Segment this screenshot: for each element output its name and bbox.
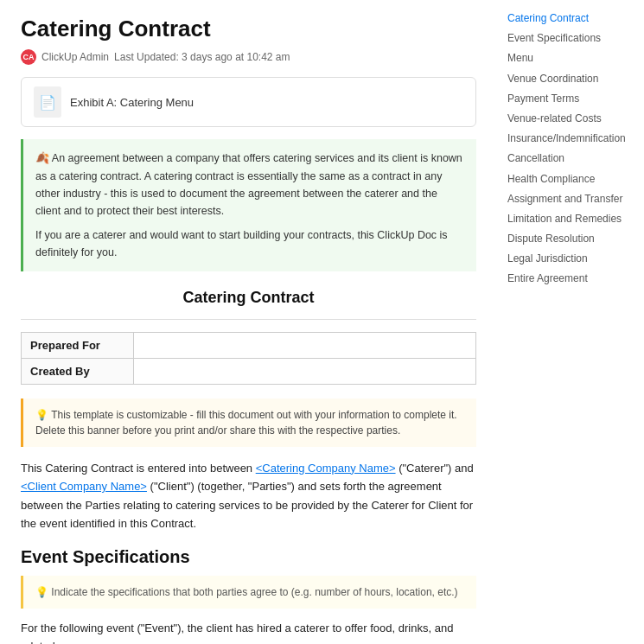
author-name: ClickUp Admin — [41, 51, 109, 63]
sidebar-item[interactable]: Dispute Resolution — [507, 229, 625, 249]
leaf-icon: 🍂 — [35, 151, 49, 164]
event-callout-text: Indicate the specifications that both pa… — [51, 586, 457, 598]
table-label-prepared: Prepared For — [22, 332, 134, 358]
sidebar-item[interactable]: Legal Jurisdiction — [507, 249, 625, 269]
sidebar-item[interactable]: Health Compliance — [507, 169, 625, 189]
callout-green: 🍂 An agreement between a company that of… — [21, 139, 476, 271]
section-heading-center: Catering Contract — [21, 289, 476, 307]
event-body-text: For the following event ("Event"), the c… — [21, 619, 476, 644]
avatar: CA — [21, 49, 36, 65]
exhibit-label: Exhibit A: Catering Menu — [70, 96, 194, 109]
callout-yellow-text: This template is customizable - fill thi… — [35, 409, 457, 437]
sidebar-item[interactable]: Catering Contract — [507, 9, 625, 29]
bulb-icon: 💡 — [35, 409, 48, 421]
catering-company-link[interactable]: <Catering Company Name> — [256, 462, 396, 475]
callout-yellow2: 💡 Indicate the specifications that both … — [21, 576, 476, 609]
table-row: Prepared For — [22, 332, 476, 358]
document-icon: 📄 — [34, 86, 61, 118]
sidebar-item[interactable]: Payment Terms — [507, 89, 625, 109]
sidebar-item[interactable]: Limitation and Remedies — [507, 209, 625, 229]
callout-yellow: 💡 This template is customizable - fill t… — [21, 399, 476, 447]
sidebar: Catering ContractEvent SpecificationsMen… — [497, 0, 635, 644]
divider — [21, 319, 476, 320]
client-company-link[interactable]: <Client Company Name> — [21, 480, 147, 493]
sidebar-item[interactable]: Menu — [507, 48, 625, 68]
exhibit-box[interactable]: 📄 Exhibit A: Catering Menu — [21, 77, 476, 127]
sidebar-item[interactable]: Event Specifications — [507, 29, 625, 48]
sidebar-item[interactable]: Venue-related Costs — [507, 109, 625, 129]
sidebar-item[interactable]: Venue Coordination — [507, 69, 625, 89]
sidebar-item[interactable]: Assignment and Transfer — [507, 189, 625, 209]
main-content: Catering Contract CA ClickUp Admin Last … — [0, 0, 497, 644]
sidebar-item[interactable]: Insurance/Indemnification — [507, 129, 625, 149]
callout-green-p1: 🍂 An agreement between a company that of… — [35, 150, 464, 220]
meta-row: CA ClickUp Admin Last Updated: 3 days ag… — [21, 49, 476, 65]
table-value-created[interactable] — [134, 358, 476, 384]
table-row: Created By — [22, 358, 476, 384]
sidebar-item[interactable]: Cancellation — [507, 149, 625, 169]
page-title: Catering Contract — [21, 16, 476, 42]
callout-green-p2: If you are a caterer and would want to s… — [35, 226, 464, 261]
table-value-prepared[interactable] — [134, 332, 476, 358]
table-label-created: Created By — [22, 358, 134, 384]
info-table: Prepared For Created By — [21, 332, 476, 385]
contract-body-text: This Catering Contract is entered into b… — [21, 459, 476, 533]
sidebar-item[interactable]: Entire Agreement — [507, 269, 625, 289]
last-updated: Last Updated: 3 days ago at 10:42 am — [114, 51, 290, 63]
event-section-title: Event Specifications — [21, 547, 476, 567]
bulb-icon-2: 💡 — [35, 586, 48, 598]
